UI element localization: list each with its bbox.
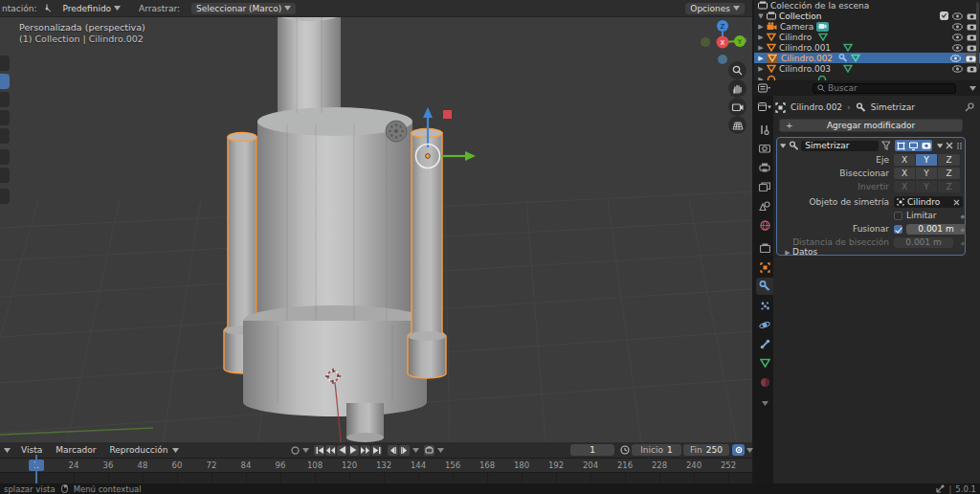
frame-end-field[interactable]: Fin 250 [683,444,729,456]
close-icon[interactable] [946,142,952,149]
tool-add-cube-icon[interactable] [0,189,10,204]
toggle-editmode-display[interactable] [895,140,907,151]
caret-right-icon[interactable]: ▶ [758,65,764,73]
gizmo-x-ball[interactable]: X [717,36,729,49]
tab-object[interactable] [756,258,773,276]
tab-modifiers[interactable] [756,278,773,295]
perspective-toggle-button[interactable] [728,116,746,134]
record-button[interactable] [290,445,301,456]
select-mode-dropdown[interactable]: Seleccionar (Marco) [191,3,296,14]
outliner[interactable]: Colección de la escena ▼ Collection ▶ Ca… [754,0,980,80]
filter-dropdown-icon[interactable] [969,86,976,91]
outliner-row-clipped[interactable]: ▶ [754,74,980,80]
vertex-group-filter-icon[interactable] [881,141,890,150]
prev-keyframe-button[interactable] [325,445,336,456]
tab-object-data[interactable] [756,354,773,371]
camera-view-button[interactable] [728,98,746,116]
properties-editor-type-icon[interactable] [756,99,773,116]
prev-frame-button[interactable] [388,445,398,456]
data-subpanel[interactable]: ▶ Datos [777,245,967,257]
jump-end-button[interactable] [371,445,382,456]
hide-eye-icon[interactable] [952,34,963,41]
decorator-icon[interactable]: ◆ [960,213,965,219]
tab-view-layer[interactable] [756,178,773,195]
toggle-realtime-display[interactable] [907,140,920,151]
tab-tool[interactable] [756,121,773,138]
clipping-checkbox[interactable] [894,212,902,220]
mesh-data-icon[interactable] [851,54,860,62]
panel-collapse-arrow[interactable]: ‹ [744,34,747,45]
viewport-3d[interactable]: ntación: Predefinido Arrastrar: Seleccio… [0,0,752,442]
playhead-line[interactable] [35,455,37,483]
panel-expand-icon[interactable] [780,144,786,148]
toggle-render-display[interactable] [920,140,932,151]
tab-world[interactable] [756,216,773,234]
modifier-wrench-icon[interactable] [838,54,848,62]
tab-particles[interactable] [756,297,773,314]
tab-output[interactable] [756,159,773,176]
clear-icon[interactable] [953,199,960,206]
timeline-ruler[interactable]: 12 24 36 48 60 72 84 96 108 120 132 144 … [0,459,752,472]
outliner-scrollbar[interactable] [976,2,979,69]
next-frame-button[interactable] [399,445,410,456]
mesh-cilindro002[interactable] [408,129,446,379]
next-keyframe-button[interactable] [360,445,370,456]
mesh-data-icon[interactable] [818,33,828,41]
drag-handle-icon[interactable] [956,142,962,150]
pan-button[interactable] [728,79,746,98]
menu-vista[interactable]: Vista [14,445,49,455]
frame-step-dropdown-icon[interactable] [412,448,419,453]
hide-eye-icon[interactable] [952,65,963,73]
tab-collection[interactable] [756,239,773,257]
flip-z-button[interactable]: Z [938,181,960,192]
tab-constraints[interactable] [756,335,773,352]
tool-measure-icon[interactable] [0,168,10,183]
caret-right-icon[interactable]: ▶ [758,34,764,41]
current-frame-field[interactable]: 1 [570,444,614,456]
gizmo-neg-z-ball[interactable] [718,55,727,64]
outliner-row-cilindro-003[interactable]: ▶ Cilindro.003 [754,63,980,74]
outliner-row-collection[interactable]: ▼ Collection [754,11,980,21]
outliner-row-cilindro-001[interactable]: ▶ Cilindro.001 [754,42,980,53]
caret-right-icon[interactable]: ▶ [758,23,764,31]
mesh-data-icon[interactable] [843,64,853,73]
tab-strip-overflow-icon[interactable] [756,394,773,412]
axis-z-button[interactable]: Z [938,154,960,166]
mirror-object-field[interactable]: Cilindro [894,196,963,208]
gizmo-neg-y-ball[interactable] [701,37,710,47]
camera-data-badge[interactable] [816,22,829,32]
axis-x-button[interactable]: X [894,154,916,166]
tool-annotate-icon[interactable] [0,149,10,165]
tab-material[interactable] [756,373,773,391]
editor-type-chevron-icon[interactable] [4,448,11,453]
viewport-canvas[interactable] [0,0,752,442]
mesh-data-icon[interactable] [843,43,853,52]
modifier-extras-dropdown-icon[interactable] [937,144,943,148]
collection-checkbox[interactable] [940,11,948,20]
bisect-z-button[interactable]: Z [938,168,960,179]
caret-right-icon[interactable]: ▶ [758,44,764,52]
axis-y-button[interactable]: Y [916,154,938,166]
outliner-row-scene-collection[interactable]: Colección de la escena [754,0,980,11]
tool-scale-icon[interactable] [0,110,10,125]
caret-right-icon[interactable]: ▶ [758,55,764,62]
play-button[interactable] [348,445,359,456]
tool-select-icon[interactable] [0,56,10,71]
orientation-preset-dropdown[interactable]: Predefinido [57,3,125,14]
mesh-cilindro-main[interactable] [243,6,427,442]
search-input[interactable]: Buscar [813,83,956,94]
tool-move-icon[interactable] [0,74,10,89]
hide-eye-icon[interactable] [952,23,963,31]
bisect-y-button[interactable]: Y [916,168,938,179]
keying-dropdown-icon[interactable] [746,448,753,453]
breadcrumb-modifier[interactable]: Simetrizar [871,102,915,112]
outliner-row-cilindro-002[interactable]: ▶ Cilindro.002 [754,53,980,63]
sync-dropdown-icon[interactable] [437,448,444,453]
modifier-name-field[interactable]: Simetrizar [801,141,879,151]
timeline-channel[interactable] [0,472,752,483]
gizmo-z-ball[interactable]: Z [717,20,728,32]
hide-eye-icon[interactable] [952,12,963,20]
outliner-row-camera[interactable]: ▶ Camera [754,21,980,32]
decorator-icon[interactable]: ◆ [960,226,965,233]
play-reverse-button[interactable] [337,445,347,456]
